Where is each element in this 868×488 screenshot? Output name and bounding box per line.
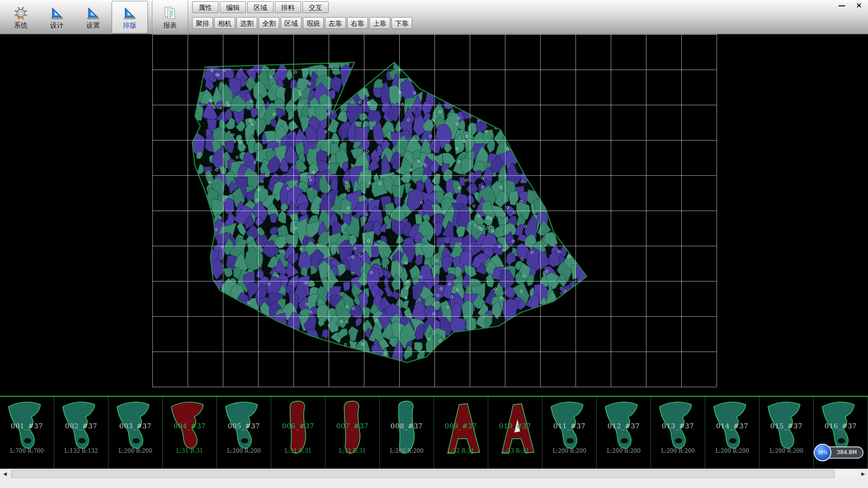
part-id: 004_#37: [163, 422, 217, 430]
part-lr-info: L:200 R:200: [108, 448, 162, 454]
part-id: 013_#37: [651, 422, 705, 430]
app-tab-design[interactable]: 设计: [39, 1, 75, 33]
tool-button-defect[interactable]: 瑕疵: [303, 17, 324, 29]
tool-button-camera[interactable]: 相机: [214, 17, 235, 29]
part-id: 010_#37: [488, 422, 542, 430]
part-cell-005[interactable]: 005_#37L:200 R:200: [217, 397, 271, 469]
part-cell-009[interactable]: 009_#37L:32 R:31: [434, 397, 488, 469]
tool-button-snap-right[interactable]: 右靠: [347, 17, 368, 29]
app-tab-report[interactable]: 报表: [152, 1, 188, 33]
part-cell-014[interactable]: 014_#37L:200 R:200: [705, 397, 760, 469]
part-cell-007[interactable]: 007_#37L:31 R:31: [326, 397, 380, 469]
part-id: 011_#37: [542, 422, 596, 430]
part-id: 001_#37: [0, 422, 54, 430]
menu-tab-bar: 属性编辑区域排料交互: [192, 1, 412, 13]
status-overlay: 384.8M 38%: [814, 444, 866, 462]
part-id: 006_#37: [271, 422, 325, 430]
part-id: 012_#37: [597, 422, 651, 430]
scroll-left-button[interactable]: ◀: [0, 469, 10, 479]
part-id: 002_#37: [54, 422, 108, 430]
menu-area: 属性编辑区域排料交互 聚排相机选割全割区域瑕疵左靠右靠上靠下靠: [192, 0, 412, 29]
part-lr-info: L:200 R:200: [542, 448, 596, 454]
app-tab-bar: 系统设计设置排版报表: [3, 0, 189, 34]
scroll-right-button[interactable]: ▶: [858, 469, 868, 479]
part-lr-info: L:31 R:31: [326, 448, 379, 454]
scroll-thumb[interactable]: [11, 470, 835, 478]
part-cell-001[interactable]: 001_#37L:700 R:700: [0, 397, 54, 469]
tool-button-region[interactable]: 区域: [281, 17, 302, 29]
report-icon: [162, 5, 178, 21]
part-lr-info: L:200 R:200: [380, 448, 434, 454]
tool-button-select-cut[interactable]: 选割: [236, 17, 257, 29]
part-lr-info: L:33 R:32: [488, 448, 542, 454]
part-cell-003[interactable]: 003_#37L:200 R:200: [108, 397, 163, 469]
menu-tab-properties[interactable]: 属性: [192, 1, 218, 13]
minimize-button[interactable]: —: [836, 1, 847, 10]
part-cell-008[interactable]: 008_#37L:200 R:200: [380, 397, 434, 469]
part-lr-info: L:132 R:132: [54, 448, 108, 454]
app-tab-label: 设置: [86, 22, 100, 29]
scroll-track[interactable]: [10, 469, 858, 479]
menu-tab-edit[interactable]: 编辑: [220, 1, 246, 13]
app-tab-label: 排版: [123, 22, 137, 29]
close-button[interactable]: ×: [854, 1, 864, 10]
part-cell-012[interactable]: 012_#37L:200 R:200: [597, 397, 651, 469]
bottom-filler: [0, 479, 868, 488]
part-id: 008_#37: [380, 422, 434, 430]
app-tab-label: 系统: [14, 22, 28, 29]
part-cell-011[interactable]: 011_#37L:200 R:200: [542, 397, 597, 469]
part-lr-info: L:200 R:200: [651, 448, 705, 454]
gear-icon: [13, 5, 28, 21]
part-id: 014_#37: [705, 422, 759, 430]
part-lr-info: L:700 R:700: [0, 448, 54, 454]
part-cell-002[interactable]: 002_#37L:132 R:132: [54, 397, 108, 469]
part-lr-info: L:200 R:200: [705, 448, 759, 454]
parts-strip: 001_#37L:700 R:700002_#37L:132 R:132003_…: [0, 396, 868, 469]
app-tab-settings[interactable]: 设置: [75, 1, 111, 33]
tool-button-cluster-nest[interactable]: 聚排: [192, 17, 213, 29]
part-id: 016_#37: [814, 422, 868, 430]
tool-button-snap-top[interactable]: 上靠: [369, 17, 390, 29]
part-cell-013[interactable]: 013_#37L:200 R:200: [651, 397, 705, 469]
tool-button-snap-bottom[interactable]: 下靠: [392, 17, 412, 29]
nesting-layout: [0, 34, 868, 396]
app-tab-label: 设计: [50, 22, 64, 29]
part-id: 003_#37: [108, 422, 162, 430]
tool-bar: 聚排相机选割全割区域瑕疵左靠右靠上靠下靠: [192, 17, 412, 29]
part-lr-info: L:200 R:200: [760, 448, 813, 454]
tool-button-cut-all[interactable]: 全割: [259, 17, 279, 29]
menu-tab-region[interactable]: 区域: [247, 1, 274, 13]
nesting-canvas[interactable]: [0, 34, 868, 396]
window-controls: — ×: [836, 1, 864, 10]
part-lr-info: L:200 R:200: [217, 448, 271, 454]
part-cell-010[interactable]: 010_#37L:33 R:32: [488, 397, 542, 469]
progress-badge: 38%: [814, 444, 831, 461]
triangle-ruler-icon: [122, 5, 137, 21]
horizontal-scrollbar[interactable]: ◀ ▶: [0, 469, 868, 479]
menu-tab-nest[interactable]: 排料: [275, 1, 301, 13]
part-cell-006[interactable]: 006_#37L:31 R:31: [271, 397, 326, 469]
tool-button-snap-left[interactable]: 左靠: [325, 17, 346, 29]
triangle-ruler-icon: [49, 5, 65, 21]
part-lr-info: L:31 R:31: [163, 448, 217, 454]
menu-tab-interact[interactable]: 交互: [302, 1, 329, 13]
part-id: 007_#37: [326, 422, 379, 430]
app-tab-label: 报表: [163, 22, 177, 29]
app-tab-system[interactable]: 系统: [3, 1, 38, 33]
part-lr-info: L:32 R:31: [434, 448, 488, 454]
app-tab-nesting[interactable]: 排版: [112, 1, 148, 33]
part-cell-004[interactable]: 004_#37L:31 R:31: [163, 397, 217, 469]
part-id: 009_#37: [434, 422, 488, 430]
triangle-ruler-icon: [85, 5, 101, 21]
part-lr-info: L:31 R:31: [271, 448, 325, 454]
part-id: 005_#37: [217, 422, 271, 430]
ribbon: 系统设计设置排版报表 属性编辑区域排料交互 聚排相机选割全割区域瑕疵左靠右靠上靠…: [0, 0, 868, 34]
part-lr-info: L:200 R:200: [597, 448, 651, 454]
part-cell-015[interactable]: 015_#37L:200 R:200: [760, 397, 814, 469]
part-id: 015_#37: [760, 422, 813, 430]
